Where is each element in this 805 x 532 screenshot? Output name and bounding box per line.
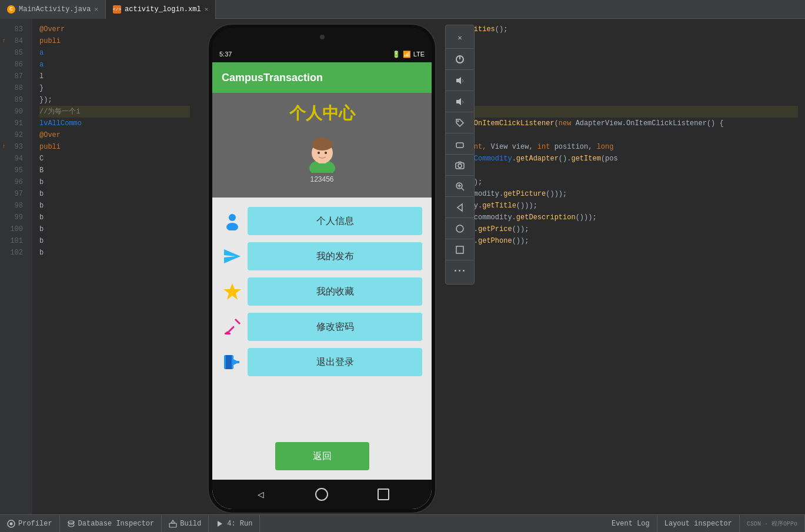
code-line-101: b xyxy=(39,235,190,247)
menu-label-favorites: 我的收藏 xyxy=(316,286,354,298)
status-build[interactable]: Build xyxy=(162,515,209,532)
menu-btn-favorites[interactable]: 我的收藏 xyxy=(248,277,422,306)
phone-toolbar: CampusTransaction xyxy=(212,62,432,93)
page-title: 个人中心 xyxy=(289,102,355,125)
float-vol-up-btn[interactable]: )) xyxy=(446,70,474,91)
gutter-95: 95 xyxy=(0,165,28,176)
code-line-93: publi xyxy=(39,141,190,153)
gutter-100: 100 xyxy=(0,223,28,235)
status-layout-inspector[interactable]: Layout inspector xyxy=(657,515,740,532)
menu-label-publish: 我的发布 xyxy=(316,250,354,263)
status-run[interactable]: 4: Run xyxy=(209,515,260,532)
edit-icon xyxy=(223,317,242,336)
right-99: ",",commodity.getDescription())); xyxy=(457,212,798,223)
menu-btn-publish[interactable]: 我的发布 xyxy=(248,242,422,270)
code-line-97: b xyxy=(39,188,190,200)
lte-label: LTE xyxy=(413,51,425,58)
svg-marker-12 xyxy=(235,319,241,324)
tab-close-login[interactable]: ✕ xyxy=(205,5,209,13)
circle-icon xyxy=(455,224,465,233)
float-zoom-btn[interactable] xyxy=(446,176,474,197)
right-88 xyxy=(457,82,798,94)
avatar-container: 123456 xyxy=(302,132,343,183)
right-90 xyxy=(457,106,798,118)
arrow-93: ↑ xyxy=(2,141,6,153)
back-btn-area: 返回 xyxy=(212,437,432,480)
build-icon xyxy=(169,520,177,528)
phone-app-title: CampusTransaction xyxy=(222,72,323,84)
logout-icon-wrap xyxy=(222,352,243,373)
status-database-inspector[interactable]: Database Inspector xyxy=(60,515,162,532)
float-vol-dn-btn[interactable]: ) xyxy=(446,91,474,112)
nav-back-btn[interactable]: ◁ xyxy=(252,486,269,503)
eraser-icon xyxy=(455,139,465,149)
menu-btn-profile[interactable]: 个人信息 xyxy=(248,207,422,235)
right-85 xyxy=(457,47,798,59)
code-line-85: a xyxy=(39,47,190,59)
status-event-log[interactable]: Event Log xyxy=(604,515,657,532)
xml-icon: </> xyxy=(113,5,121,14)
tab-close-main[interactable]: ✕ xyxy=(94,5,98,13)
float-camera-btn[interactable] xyxy=(446,155,474,176)
float-power-btn[interactable] xyxy=(446,49,474,70)
svg-marker-41 xyxy=(218,521,222,527)
status-csdn: CSDN · 程序OPPo xyxy=(740,515,805,532)
gutter-90: 90 xyxy=(0,106,28,118)
person-icon xyxy=(223,212,242,230)
volume-up-icon: )) xyxy=(455,76,465,85)
code-line-84: publi xyxy=(39,35,190,47)
svg-line-30 xyxy=(462,188,464,190)
float-toolbar: ✕ )) ) xyxy=(445,25,475,285)
menu-btn-password[interactable]: 修改密码 xyxy=(248,313,422,341)
nav-recent-btn[interactable] xyxy=(375,486,392,503)
right-100: dity.getPrice()); xyxy=(457,223,798,235)
float-more-btn[interactable]: ••• xyxy=(446,260,474,282)
right-98: odity.getTitle())); xyxy=(457,200,798,212)
menu-row-password[interactable]: 修改密码 xyxy=(222,313,422,341)
svg-point-8 xyxy=(226,223,238,230)
code-line-88: } xyxy=(39,82,190,94)
signal-icon: 📶 xyxy=(403,51,411,58)
code-line-87: l xyxy=(39,71,190,82)
status-profiler[interactable]: Profiler xyxy=(0,515,60,532)
float-eraser-btn[interactable] xyxy=(446,133,474,155)
gutter-93: ↑ 93 xyxy=(0,141,28,153)
code-line-91: lvAllCommo xyxy=(39,118,190,129)
right-86 xyxy=(457,59,798,71)
right-97: ,commodity.getPicture())); xyxy=(457,188,798,200)
menu-label-profile: 个人信息 xyxy=(316,215,354,227)
float-close-btn[interactable]: ✕ xyxy=(446,28,474,49)
float-circle-btn[interactable] xyxy=(446,218,474,239)
menu-row-logout[interactable]: 退出登录 xyxy=(222,348,422,376)
right-101: dity.getPhone()); xyxy=(457,235,798,247)
tab-main-activity[interactable]: C MainActivity.java ✕ xyxy=(0,0,106,19)
gutter-94: 94 xyxy=(0,153,28,165)
code-line-99: b xyxy=(39,212,190,223)
code-line-86: a xyxy=(39,59,190,71)
star-icon xyxy=(223,282,242,301)
menu-row-profile[interactable]: 个人信息 xyxy=(222,207,422,235)
svg-rect-18 xyxy=(233,361,239,363)
code-content-left[interactable]: @Overr publi a a l } }); //为每一个i lvAllCo… xyxy=(32,19,197,514)
tab-activity-login[interactable]: </> activity_login.xml ✕ xyxy=(106,0,216,19)
menu-row-favorites[interactable]: 我的收藏 xyxy=(222,277,422,306)
db-icon xyxy=(67,520,75,528)
back-btn-label: 返回 xyxy=(313,450,332,463)
edit-icon-wrap xyxy=(222,316,243,337)
right-92 xyxy=(457,129,798,141)
gutter-83: 83 xyxy=(0,24,28,35)
nav-home-btn[interactable] xyxy=(313,486,330,503)
gutter-87: 87 xyxy=(0,71,28,82)
code-line-90: //为每一个i xyxy=(39,106,190,118)
float-square-btn[interactable] xyxy=(446,239,474,260)
menu-btn-logout[interactable]: 退出登录 xyxy=(248,348,422,376)
back-button[interactable]: 返回 xyxy=(275,442,369,470)
build-label: Build xyxy=(180,520,201,528)
float-tag-btn[interactable] xyxy=(446,112,474,133)
phone-time: 5:37 xyxy=(219,51,232,58)
svg-marker-9 xyxy=(224,249,241,263)
float-back-btn[interactable] xyxy=(446,197,474,218)
menu-row-publish[interactable]: 我的发布 xyxy=(222,242,422,270)
tab-bar: C MainActivity.java ✕ </> activity_login… xyxy=(0,0,805,19)
phone-screen: CampusTransaction 个人中心 xyxy=(212,62,432,509)
